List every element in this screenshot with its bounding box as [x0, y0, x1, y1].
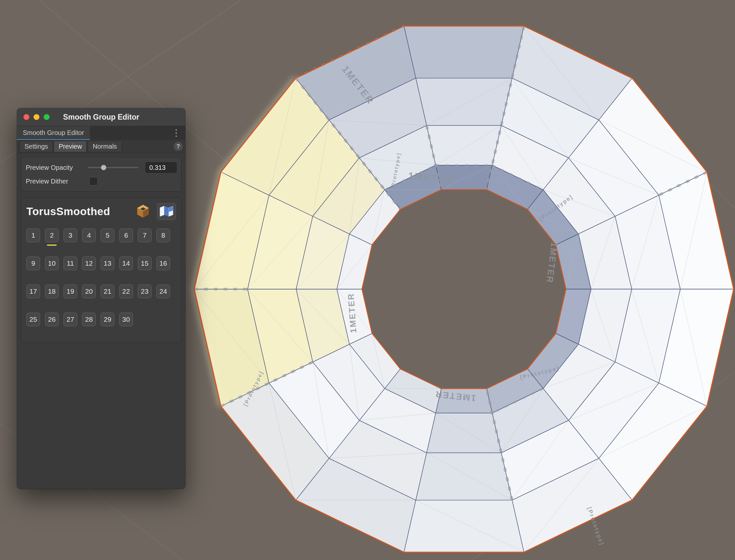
smoothing-group-button-13[interactable]: 13 — [101, 257, 114, 270]
tab-normals[interactable]: Normals — [88, 141, 122, 152]
smoothing-group-button-2[interactable]: 2 — [45, 228, 59, 242]
smoothing-group-button-29[interactable]: 29 — [101, 313, 114, 326]
zoom-window-icon[interactable] — [44, 114, 50, 120]
preview-opacity-label: Preview Opacity — [26, 164, 88, 171]
smoothing-group-button-16[interactable]: 16 — [156, 257, 170, 270]
smoothing-group-button-18[interactable]: 18 — [45, 285, 59, 298]
smoothing-group-button-28[interactable]: 28 — [82, 313, 96, 326]
svg-text:1METER: 1METER — [545, 242, 559, 284]
smoothing-group-button-30[interactable]: 30 — [119, 313, 133, 326]
tab-settings[interactable]: Settings — [20, 141, 53, 152]
smoothing-group-button-1[interactable]: 1 — [26, 228, 40, 242]
uv-map-button[interactable] — [157, 203, 176, 220]
tab-preview[interactable]: Preview — [54, 141, 87, 152]
smoothing-groups-panel: TorusSmoothed — [21, 198, 182, 343]
object-header: TorusSmoothed — [26, 203, 176, 220]
preview-dither-checkbox[interactable] — [89, 177, 98, 185]
kebab-menu-icon[interactable]: ⋮ — [167, 128, 185, 138]
smoothing-group-button-5[interactable]: 5 — [101, 228, 114, 242]
close-window-icon[interactable] — [23, 114, 29, 120]
preview-opacity-row: Preview Opacity 0.313 — [26, 161, 177, 174]
smoothing-group-button-3[interactable]: 3 — [64, 228, 77, 242]
dock-tab-strip: Smooth Group Editor ⋮ — [17, 126, 185, 140]
smoothing-group-button-10[interactable]: 10 — [45, 257, 59, 270]
smooth-group-editor-window: Smooth Group Editor Smooth Group Editor … — [17, 108, 185, 489]
smoothing-group-button-8[interactable]: 8 — [156, 228, 170, 242]
smoothing-group-button-11[interactable]: 11 — [64, 257, 77, 270]
smoothing-group-button-22[interactable]: 22 — [119, 285, 133, 298]
smoothing-group-button-14[interactable]: 14 — [119, 257, 133, 270]
smoothing-group-button-20[interactable]: 20 — [82, 285, 96, 298]
smoothing-group-button-9[interactable]: 9 — [26, 257, 40, 270]
help-icon[interactable]: ? — [174, 142, 183, 151]
opacity-slider-thumb[interactable] — [101, 165, 106, 170]
uv-map-icon — [159, 205, 174, 218]
window-title: Smooth Group Editor — [17, 113, 185, 122]
smoothing-group-button-23[interactable]: 23 — [138, 285, 152, 298]
smoothing-group-button-15[interactable]: 15 — [138, 257, 152, 270]
smoothing-group-button-25[interactable]: 25 — [26, 313, 40, 326]
window-titlebar[interactable]: Smooth Group Editor — [17, 108, 185, 126]
object-name: TorusSmoothed — [26, 205, 110, 218]
smoothing-group-button-21[interactable]: 21 — [101, 285, 114, 298]
smoothing-group-button-26[interactable]: 26 — [45, 313, 59, 326]
smoothing-group-button-24[interactable]: 24 — [156, 285, 170, 298]
preview-opacity-value[interactable]: 0.313 — [146, 162, 177, 173]
smoothing-group-button-6[interactable]: 6 — [119, 228, 133, 242]
preview-dither-label: Preview Dither — [26, 178, 89, 185]
smoothing-group-button-12[interactable]: 12 — [82, 257, 96, 270]
smoothing-group-button-27[interactable]: 27 — [64, 313, 77, 326]
smoothing-group-button-7[interactable]: 7 — [138, 228, 152, 242]
preview-settings-panel: Preview Opacity 0.313 Preview Dither — [21, 157, 182, 192]
minimize-window-icon[interactable] — [34, 114, 39, 120]
editor-tab-strip: Settings Preview Normals ? — [17, 140, 185, 153]
smoothing-group-button-19[interactable]: 19 — [64, 285, 77, 298]
smoothing-group-button-4[interactable]: 4 — [82, 228, 96, 242]
probuilder-object-icon-button[interactable] — [134, 203, 153, 220]
probuilder-cube-icon — [137, 204, 150, 219]
preview-dither-row: Preview Dither — [26, 174, 177, 188]
preview-opacity-slider[interactable] — [88, 167, 139, 168]
dock-tab-smooth-group-editor[interactable]: Smooth Group Editor — [17, 126, 90, 140]
smoothing-group-button-17[interactable]: 17 — [26, 285, 40, 298]
smoothing-group-grid: 1234567891011121314151617181920212223242… — [26, 228, 176, 326]
